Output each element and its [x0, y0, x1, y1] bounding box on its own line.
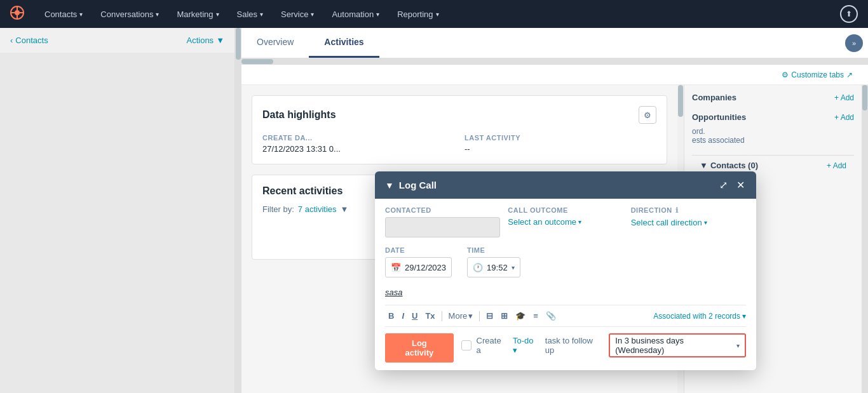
hubspot-logo[interactable] — [10, 6, 24, 23]
gear-icon: ⚙ — [644, 110, 651, 120]
sidebar-content — [0, 53, 234, 393]
sidebar-header: ‹ Contacts Actions ▼ — [0, 28, 234, 53]
nav-reporting-chevron: ▾ — [436, 11, 439, 18]
expand-icon: ⤢ — [719, 180, 728, 190]
opportunities-title: Opportunities — [692, 112, 746, 122]
left-sidebar: ‹ Contacts Actions ▼ — [0, 28, 235, 393]
last-activity-field: LAST ACTIVITY -- — [465, 134, 656, 154]
sidebar-contacts-link[interactable]: ‹ Contacts — [10, 36, 48, 45]
direction-label: Direction ℹ — [631, 206, 746, 215]
modal-body: Contacted Call outcome Select an outcome… — [375, 199, 756, 370]
modal-collapse-button[interactable]: ▼ — [385, 180, 394, 190]
upload-button[interactable]: ⬆ — [840, 5, 858, 23]
svg-point-1 — [15, 10, 20, 15]
toolbar-icon5-button[interactable]: 📎 — [543, 309, 559, 323]
time-input[interactable]: 🕐 19:52 ▾ — [467, 257, 520, 277]
data-highlights-settings-button[interactable]: ⚙ — [639, 106, 656, 124]
tx-button[interactable]: Tx — [422, 309, 438, 323]
note-toolbar: B I U Tx More ▾ ⊟ ⊞ 🎓 ≡ 📎 — [385, 305, 746, 327]
sidebar-actions-button[interactable]: Actions ▼ — [186, 36, 224, 45]
toolbar-icon1-button[interactable]: ⊟ — [483, 309, 496, 323]
select-direction-text: Select call direction — [631, 218, 702, 227]
call-outcome-select[interactable]: Select an outcome ▾ — [508, 217, 623, 227]
modal-expand-button[interactable]: ⤢ — [718, 178, 729, 192]
associated-records-button[interactable]: Associated with 2 records ▾ — [653, 312, 746, 321]
last-activity-label: LAST ACTIVITY — [465, 134, 656, 142]
outer-right-scrollbar-thumb — [862, 85, 867, 110]
followup-todo-link[interactable]: To-do ▾ — [513, 336, 540, 355]
nav-service[interactable]: Service ▾ — [273, 6, 322, 23]
direction-info-icon: ℹ — [675, 206, 679, 214]
customize-tabs-link[interactable]: ⚙ Customize tabs ↗ — [782, 70, 853, 79]
direction-field: Direction ℹ Select call direction ▾ — [631, 206, 746, 237]
contacted-input[interactable] — [385, 217, 500, 237]
followup-checkbox[interactable] — [461, 340, 471, 350]
nav-automation-chevron: ▾ — [376, 11, 379, 18]
direction-chevron-icon: ▾ — [704, 219, 707, 226]
right-companies-section: Companies + Add — [692, 93, 854, 102]
filter-chevron-icon[interactable]: ▼ — [341, 204, 349, 214]
opportunities-text: ord. — [692, 127, 854, 136]
contacts-add-button[interactable]: + Add — [827, 161, 846, 170]
nav-right-section: ⬆ — [840, 5, 858, 23]
italic-button[interactable]: I — [398, 309, 407, 323]
last-activity-value: -- — [465, 144, 470, 154]
tab-overview[interactable]: Overview — [241, 28, 309, 58]
modal-close-button[interactable]: ✕ — [735, 178, 746, 192]
toolbar-icon3-button[interactable]: 🎓 — [512, 309, 529, 323]
note-text[interactable]: sasa — [385, 286, 746, 298]
opportunities-add-button[interactable]: + Add — [834, 113, 854, 122]
nav-contacts[interactable]: Contacts ▾ — [37, 6, 90, 23]
nav-automation[interactable]: Automation ▾ — [324, 6, 387, 23]
toolbar-icon4-button[interactable]: ≡ — [530, 309, 541, 323]
toolbar-icon2-button[interactable]: ⊞ — [498, 309, 511, 323]
back-chevron-icon: ‹ — [10, 36, 13, 45]
toolbar-separator-1 — [442, 311, 442, 321]
nav-reporting[interactable]: Reporting ▾ — [390, 6, 446, 23]
more-button[interactable]: More ▾ — [445, 309, 477, 323]
contacted-field: Contacted — [385, 206, 500, 237]
contacted-label: Contacted — [385, 206, 500, 214]
tab-expand-button[interactable]: » — [845, 34, 863, 52]
more-chevron-icon: ▾ — [468, 311, 473, 321]
outer-right-scrollbar[interactable] — [862, 85, 868, 393]
modal-header: ▼ Log Call ⤢ ✕ — [375, 171, 756, 199]
recent-activities-title: Recent activities — [262, 185, 342, 197]
underline-button[interactable]: U — [409, 309, 421, 323]
clock-icon: 🕐 — [473, 263, 483, 272]
companies-add-button[interactable]: + Add — [834, 93, 854, 102]
contacts-chevron-icon[interactable]: ▼ — [700, 161, 708, 170]
log-activity-button[interactable]: Log activity — [385, 333, 454, 363]
toolbar-left: B I U Tx More ▾ ⊟ ⊞ 🎓 ≡ 📎 — [385, 309, 559, 323]
data-highlights-header: Data highlights ⚙ — [262, 106, 656, 124]
date-input[interactable]: 📅 29/12/2023 — [385, 257, 452, 277]
data-highlights-card: Data highlights ⚙ CREATE DA... 27/12/202… — [252, 95, 667, 164]
nav-conversations[interactable]: Conversations ▾ — [93, 6, 166, 23]
date-highlight-box[interactable]: In 3 business days (Wednesday) ▾ — [609, 333, 746, 357]
create-date-field: CREATE DA... 27/12/2023 13:31 0... — [262, 134, 454, 154]
nav-marketing[interactable]: Marketing ▾ — [169, 6, 226, 23]
customize-tabs-bar: ⚙ Customize tabs ↗ — [241, 65, 868, 85]
log-call-modal: ▼ Log Call ⤢ ✕ Contacted — [375, 171, 756, 370]
tabs-bar: Overview Activities » — [241, 28, 868, 58]
gear-icon: ⚙ — [782, 70, 789, 79]
call-outcome-field: Call outcome Select an outcome ▾ — [508, 206, 623, 237]
filter-count-button[interactable]: 7 activities — [298, 204, 337, 214]
nav-sales[interactable]: Sales ▾ — [229, 6, 271, 23]
nav-sales-chevron: ▾ — [260, 11, 263, 18]
date-field: Date 📅 29/12/2023 — [385, 246, 452, 277]
close-icon: ✕ — [736, 180, 745, 190]
top-scrollbar[interactable] — [241, 58, 868, 65]
right-opportunities-section: Opportunities + Add ord. ests associated — [692, 112, 854, 145]
right-inner-scrollbar-thumb — [678, 85, 683, 117]
tab-activities[interactable]: Activities — [309, 28, 379, 58]
direction-select[interactable]: Select call direction ▾ — [631, 218, 746, 227]
date-label: Date — [385, 246, 452, 254]
todo-chevron-icon: ▾ — [513, 345, 517, 355]
associated-chevron-icon: ▾ — [742, 312, 746, 321]
data-highlights-fields: CREATE DA... 27/12/2023 13:31 0... LAST … — [262, 134, 656, 154]
contacts-section-title: ▼ Contacts (0) — [700, 161, 758, 170]
data-highlights-title: Data highlights — [262, 109, 336, 121]
bold-button[interactable]: B — [385, 309, 397, 323]
left-scrollbar[interactable] — [235, 28, 241, 393]
